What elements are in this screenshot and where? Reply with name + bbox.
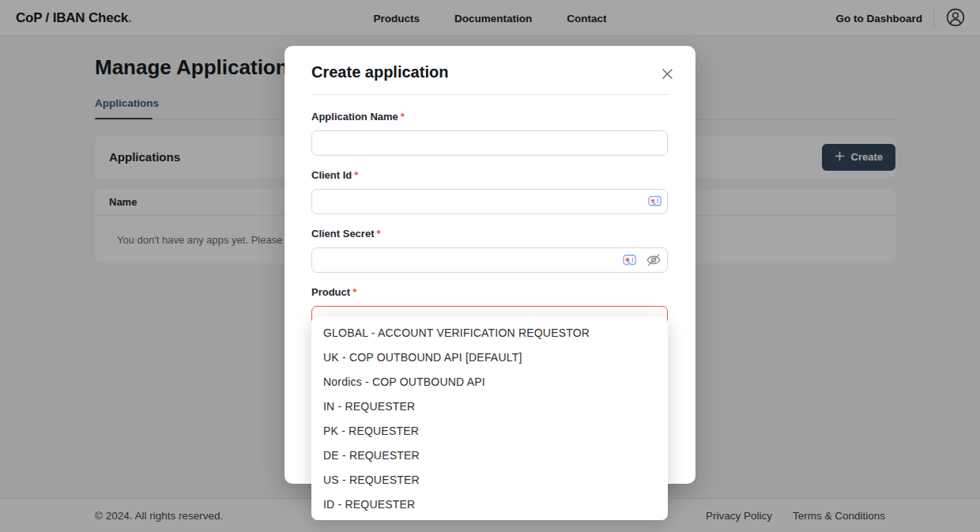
- required-marker: *: [354, 169, 358, 181]
- field-client-secret: Client Secret*: [311, 228, 668, 273]
- product-label: Product*: [311, 286, 668, 298]
- client-secret-input[interactable]: [311, 247, 668, 273]
- field-application-name: Application Name*: [311, 111, 668, 156]
- required-marker: *: [376, 228, 380, 240]
- product-option[interactable]: UK - COP OUTBOUND API [DEFAULT]: [311, 345, 668, 369]
- modal-close-button[interactable]: [658, 65, 677, 83]
- client-id-label: Client Id*: [311, 169, 668, 181]
- modal-header: Create application: [285, 46, 695, 94]
- create-application-modal: Create application Application Name* Cli…: [285, 46, 695, 484]
- client-secret-label-text: Client Secret: [311, 228, 374, 240]
- application-name-label-text: Application Name: [311, 111, 398, 123]
- application-name-input[interactable]: [311, 130, 668, 156]
- product-option[interactable]: GLOBAL - ACCOUNT VERIFICATION REQUESTOR: [311, 320, 668, 345]
- product-option[interactable]: IN - REQUESTER: [311, 394, 668, 418]
- product-option[interactable]: PK - REQUESTER: [311, 418, 668, 443]
- password-manager-icon[interactable]: [623, 255, 636, 266]
- client-secret-label: Client Secret*: [311, 228, 668, 240]
- modal-title: Create application: [311, 63, 669, 81]
- close-icon: [662, 70, 673, 82]
- product-option[interactable]: US - REQUESTER: [311, 467, 668, 492]
- product-options-dropdown: GLOBAL - ACCOUNT VERIFICATION REQUESTOR …: [311, 316, 668, 520]
- field-client-id: Client Id*: [311, 169, 668, 214]
- toggle-secret-visibility-button[interactable]: [646, 253, 662, 267]
- password-manager-icon[interactable]: [648, 196, 662, 208]
- application-name-label: Application Name*: [311, 111, 668, 123]
- product-label-text: Product: [311, 286, 350, 298]
- modal-body: Application Name* Client Id*: [285, 95, 695, 331]
- client-id-label-text: Client Id: [311, 169, 352, 181]
- required-marker: *: [401, 111, 405, 123]
- product-option[interactable]: ID - REQUESTER: [311, 492, 668, 516]
- client-id-input[interactable]: [311, 189, 668, 214]
- required-marker: *: [352, 286, 356, 298]
- product-option[interactable]: DE - REQUESTER: [311, 443, 668, 467]
- eye-off-icon: [646, 258, 662, 270]
- product-option[interactable]: Nordics - COP OUTBOUND API: [311, 369, 668, 394]
